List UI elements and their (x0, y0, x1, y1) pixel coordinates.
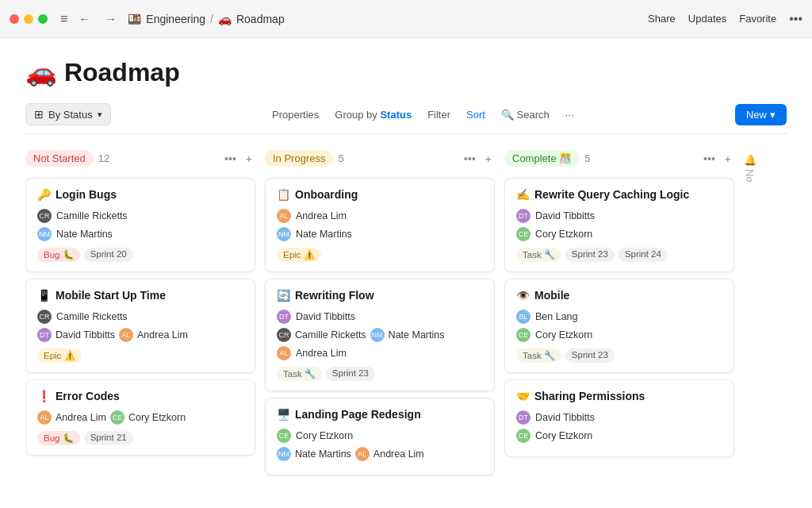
minimize-window-button[interactable] (24, 14, 33, 24)
column-more-complete[interactable]: ••• (700, 151, 718, 167)
more-actions-button[interactable]: ••• (789, 12, 802, 26)
card-person-nate-onboarding: NM Nate Martins (277, 227, 483, 241)
card-tags-query-caching: Task 🔧 Sprint 23 Sprint 24 (516, 248, 722, 262)
tag-bug-error[interactable]: Bug 🐛 (37, 431, 80, 445)
titlebar-left: ≡ ← → 🍱 Engineering / 🚗 Roadmap (10, 10, 285, 27)
card-onboarding[interactable]: 📋 Onboarding AL Andrea Lim NM Nate Marti… (265, 178, 495, 272)
avatar-cory-mobile: CE (516, 328, 530, 342)
breadcrumb-emoji: 🍱 (128, 13, 141, 25)
column-more-in-progress[interactable]: ••• (461, 151, 479, 167)
exclamation-icon: ❗ (37, 390, 51, 402)
card-mobile-complete[interactable]: 👁️ Mobile BL Ben Lang CE Cory Etzkorn Ta… (504, 279, 734, 373)
column-add-complete[interactable]: + (722, 151, 734, 167)
column-not-started: Not Started 12 ••• + 🔑 Login Bugs CR Cam… (25, 147, 255, 495)
card-person-nate-martins: NM Nate Martins (37, 227, 243, 241)
phone-icon: 📱 (37, 289, 51, 302)
card-person-david-sharing: DT David Tibbitts (516, 410, 722, 425)
avatar-nate-landing: NM (277, 447, 291, 461)
tag-sprint-23-mobile[interactable]: Sprint 23 (565, 348, 615, 363)
column-header-in-progress: In Progress 5 ••• + (265, 147, 495, 170)
card-persons-landing-multi: NM Nate Martins AL Andrea Lim (277, 447, 483, 461)
card-login-bugs[interactable]: 🔑 Login Bugs CR Camille Ricketts NM Nate… (25, 178, 255, 272)
more-toolbar-button[interactable]: ··· (559, 105, 580, 125)
card-title-landing-page: 🖥️ Landing Page Redesign (277, 408, 483, 421)
avatar-ben-lang: BL (516, 310, 530, 324)
card-error-codes[interactable]: ❗ Error Codes AL Andrea Lim CE Cory Etzk… (25, 379, 255, 456)
tag-sprint-24-query[interactable]: Sprint 24 (619, 248, 668, 262)
bell-icon: 🔔 (744, 153, 756, 166)
handshake-icon: 🤝 (516, 390, 530, 402)
back-button[interactable]: ← (75, 10, 94, 27)
breadcrumb-separator: / (210, 13, 213, 25)
card-sharing-permissions[interactable]: 🤝 Sharing Permissions DT David Tibbitts … (504, 379, 734, 457)
avatar-david: DT (37, 328, 52, 342)
tag-task-flow[interactable]: Task 🔧 (277, 367, 322, 381)
avatar-andrea-error: AL (37, 410, 52, 425)
avatar-cory-landing: CE (277, 429, 291, 443)
tag-sprint-23-flow[interactable]: Sprint 23 (326, 367, 375, 381)
by-status-button[interactable]: ⊞ By Status ▾ (25, 103, 111, 125)
cycle-icon: 🔄 (277, 289, 290, 302)
maximize-window-button[interactable] (38, 14, 48, 24)
table-icon: ⊞ (34, 108, 44, 121)
card-title-error-codes: ❗ Error Codes (37, 390, 243, 402)
tag-epic-mobile[interactable]: Epic ⚠️ (37, 348, 82, 363)
card-person-david-query: DT David Tibbitts (516, 209, 722, 223)
updates-button[interactable]: Updates (688, 13, 726, 25)
card-rewriting-flow[interactable]: 🔄 Rewriting Flow DT David Tibbitts CR Ca… (265, 279, 495, 391)
filter-button[interactable]: Filter (421, 105, 457, 125)
favorite-button[interactable]: Favorite (739, 13, 776, 25)
tag-sprint-20[interactable]: Sprint 20 (84, 248, 133, 262)
breadcrumb-engineering[interactable]: Engineering (146, 13, 205, 25)
card-tags-mobile-startup: Epic ⚠️ (37, 348, 243, 363)
breadcrumb-roadmap[interactable]: Roadmap (236, 13, 285, 25)
tag-epic-onboarding[interactable]: Epic ⚠️ (277, 248, 321, 262)
card-person-camille-ricketts: CR Camille Ricketts (37, 209, 243, 223)
chevron-down-icon-new: ▾ (770, 109, 776, 121)
card-mobile-startup[interactable]: 📱 Mobile Start Up Time CR Camille Ricket… (25, 279, 255, 373)
properties-button[interactable]: Properties (266, 105, 325, 125)
card-query-caching[interactable]: ✍️ Rewrite Query Caching Logic DT David … (504, 178, 734, 272)
document-icon: 🖥️ (277, 408, 290, 421)
search-button[interactable]: 🔍 Search (495, 105, 556, 125)
group-by-field: Status (380, 109, 412, 121)
card-title-login-bugs: 🔑 Login Bugs (37, 188, 243, 201)
search-label: Search (517, 109, 550, 121)
card-landing-page[interactable]: 🖥️ Landing Page Redesign CE Cory Etzkorn… (265, 398, 495, 475)
card-person-camille: CR Camille Ricketts (37, 310, 243, 324)
column-add-not-started[interactable]: + (243, 151, 255, 167)
column-complete: Complete 🎊 5 ••• + ✍️ Rewrite Query Cach… (504, 147, 734, 495)
new-button[interactable]: New ▾ (735, 104, 787, 125)
column-header-complete: Complete 🎊 5 ••• + (504, 147, 734, 170)
avatar-nate-flow: NM (370, 328, 385, 342)
column-add-in-progress[interactable]: + (482, 151, 495, 167)
forward-button[interactable]: → (102, 10, 120, 27)
card-person-cory-sharing: CE Cory Etzkorn (516, 429, 722, 443)
tag-sprint-21[interactable]: Sprint 21 (84, 431, 133, 445)
column-actions-not-started: ••• + (221, 151, 255, 167)
card-tags-login-bugs: Bug 🐛 Sprint 20 (37, 248, 243, 262)
share-button[interactable]: Share (648, 13, 676, 25)
new-label: New (746, 109, 767, 121)
sort-button[interactable]: Sort (460, 105, 492, 125)
column-header-not-started: Not Started 12 ••• + (25, 147, 255, 170)
tag-task-query[interactable]: Task 🔧 (516, 248, 561, 262)
avatar-camille: CR (37, 310, 52, 324)
tag-sprint-23-query[interactable]: Sprint 23 (565, 248, 615, 262)
avatar-camille-ricketts: CR (37, 209, 52, 223)
close-window-button[interactable] (10, 14, 19, 24)
group-by-button[interactable]: Group by Status (328, 105, 418, 125)
tag-task-mobile[interactable]: Task 🔧 (516, 348, 561, 363)
card-person-ben-lang: BL Ben Lang (516, 310, 722, 324)
breadcrumb: 🍱 Engineering / 🚗 Roadmap (128, 13, 284, 25)
card-persons-multi: DT David Tibbitts AL Andrea Lim (37, 328, 243, 342)
column-title-badge-in-progress: In Progress (265, 150, 333, 167)
column-count-not-started: 12 (98, 152, 109, 164)
pencil-icon: ✍️ (516, 188, 530, 201)
avatar-cory-sharing: CE (516, 429, 530, 443)
tag-bug[interactable]: Bug 🐛 (37, 248, 80, 262)
column-more-not-started[interactable]: ••• (221, 151, 239, 167)
menu-button[interactable]: ≡ (60, 12, 67, 26)
card-title-rewriting-flow: 🔄 Rewriting Flow (277, 289, 483, 302)
card-person-cory-landing: CE Cory Etzkorn (277, 429, 483, 443)
